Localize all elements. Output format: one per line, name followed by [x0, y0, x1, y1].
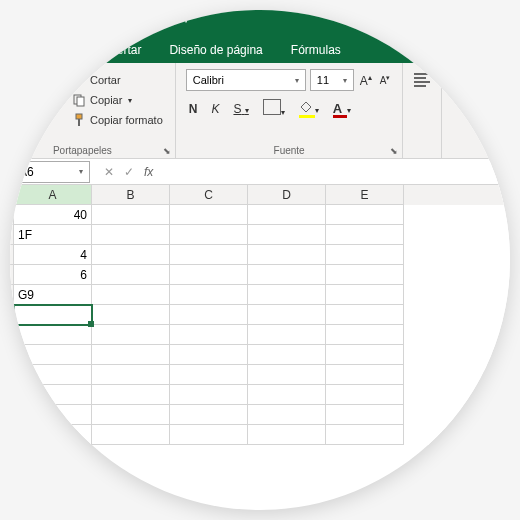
align-button[interactable]	[411, 71, 433, 89]
row-header-9[interactable]: 9	[10, 365, 14, 385]
cell-B2[interactable]	[92, 225, 170, 245]
cell-D4[interactable]	[248, 265, 326, 285]
cell-D3[interactable]	[248, 245, 326, 265]
font-name-select[interactable]: Calibri▾	[186, 69, 306, 91]
cell-B5[interactable]	[92, 285, 170, 305]
fill-color-button[interactable]: ▾	[296, 99, 322, 118]
cell-C6[interactable]	[170, 305, 248, 325]
column-header-C[interactable]: C	[170, 185, 248, 205]
cell-E12[interactable]	[326, 425, 404, 445]
cell-D8[interactable]	[248, 345, 326, 365]
cell-A5[interactable]: G9	[14, 285, 92, 305]
cell-A11[interactable]	[14, 405, 92, 425]
tab-formulas[interactable]: Fórmulas	[277, 37, 355, 63]
tab-inicio[interactable]: Inicio	[31, 37, 87, 63]
cell-D1[interactable]	[248, 205, 326, 225]
format-painter-button[interactable]: Copiar formato	[68, 111, 167, 129]
row-header-11[interactable]: 11	[10, 405, 14, 425]
cell-C9[interactable]	[170, 365, 248, 385]
column-header-E[interactable]: E	[326, 185, 404, 205]
cell-D10[interactable]	[248, 385, 326, 405]
cell-C8[interactable]	[170, 345, 248, 365]
row-header-10[interactable]: 10	[10, 385, 14, 405]
underline-button[interactable]: S ▾	[230, 100, 251, 118]
cancel-formula-button[interactable]: ✕	[104, 165, 114, 179]
cell-E1[interactable]	[326, 205, 404, 225]
font-launcher-icon[interactable]: ⬊	[390, 146, 398, 156]
cut-button[interactable]: ✂Cortar	[68, 71, 167, 89]
cell-D5[interactable]	[248, 285, 326, 305]
cell-E6[interactable]	[326, 305, 404, 325]
copy-button[interactable]: Copiar▾	[68, 91, 167, 109]
cell-B9[interactable]	[92, 365, 170, 385]
undo-icon[interactable]	[160, 10, 180, 30]
cell-B12[interactable]	[92, 425, 170, 445]
qat-dropdown-icon[interactable]: ▾	[184, 16, 196, 25]
cell-A2[interactable]: 1F	[14, 225, 92, 245]
cell-C5[interactable]	[170, 285, 248, 305]
tab-diseno[interactable]: Diseño de página	[155, 37, 276, 63]
cell-E9[interactable]	[326, 365, 404, 385]
column-header-B[interactable]: B	[92, 185, 170, 205]
shrink-font-button[interactable]: A▾	[378, 72, 393, 88]
tab-insertar[interactable]: Insertar	[87, 37, 156, 63]
cell-B1[interactable]	[92, 205, 170, 225]
cell-D6[interactable]	[248, 305, 326, 325]
cell-A3[interactable]: 4	[14, 245, 92, 265]
cell-E4[interactable]	[326, 265, 404, 285]
cell-E8[interactable]	[326, 345, 404, 365]
cell-A9[interactable]	[14, 365, 92, 385]
cell-A1[interactable]: 40	[14, 205, 92, 225]
italic-button[interactable]: K	[208, 100, 222, 118]
cell-E11[interactable]	[326, 405, 404, 425]
cell-D7[interactable]	[248, 325, 326, 345]
row-header-6[interactable]: 6	[10, 305, 14, 325]
cell-C2[interactable]	[170, 225, 248, 245]
cell-C4[interactable]	[170, 265, 248, 285]
cell-A4[interactable]: 6	[14, 265, 92, 285]
row-header-8[interactable]: 8	[10, 345, 14, 365]
cell-D2[interactable]	[248, 225, 326, 245]
tab-archivo[interactable]: vo	[10, 37, 31, 63]
cell-C10[interactable]	[170, 385, 248, 405]
row-header-12[interactable]: 12	[10, 425, 14, 445]
cell-B6[interactable]	[92, 305, 170, 325]
font-color-button[interactable]: A▾	[330, 99, 354, 118]
cell-B4[interactable]	[92, 265, 170, 285]
cell-A10[interactable]	[14, 385, 92, 405]
border-button[interactable]: ▾	[260, 97, 288, 120]
cell-C11[interactable]	[170, 405, 248, 425]
name-box[interactable]: A6▾	[12, 161, 90, 183]
clipboard-launcher-icon[interactable]: ⬊	[163, 146, 171, 156]
cell-E2[interactable]	[326, 225, 404, 245]
cell-A6[interactable]	[14, 305, 92, 325]
cell-B10[interactable]	[92, 385, 170, 405]
cell-C7[interactable]	[170, 325, 248, 345]
column-header-A[interactable]: A	[14, 185, 92, 205]
cell-E7[interactable]	[326, 325, 404, 345]
cell-D12[interactable]	[248, 425, 326, 445]
cell-E3[interactable]	[326, 245, 404, 265]
cell-B7[interactable]	[92, 325, 170, 345]
paste-dropdown-icon[interactable]: ▾	[37, 117, 41, 126]
cell-D9[interactable]	[248, 365, 326, 385]
cell-B8[interactable]	[92, 345, 170, 365]
cell-B11[interactable]	[92, 405, 170, 425]
grow-font-button[interactable]: A▴	[358, 71, 374, 90]
cell-D11[interactable]	[248, 405, 326, 425]
cell-E5[interactable]	[326, 285, 404, 305]
bold-button[interactable]: N	[186, 100, 201, 118]
fx-icon[interactable]: fx	[144, 165, 153, 179]
cell-A12[interactable]	[14, 425, 92, 445]
paste-button[interactable]: Pegar ▾	[16, 67, 62, 129]
cell-A8[interactable]	[14, 345, 92, 365]
cell-C3[interactable]	[170, 245, 248, 265]
confirm-formula-button[interactable]: ✓	[124, 165, 134, 179]
cell-B3[interactable]	[92, 245, 170, 265]
cell-A7[interactable]	[14, 325, 92, 345]
cell-C12[interactable]	[170, 425, 248, 445]
select-all-corner[interactable]	[10, 185, 14, 205]
cell-E10[interactable]	[326, 385, 404, 405]
font-size-select[interactable]: 11▾	[310, 69, 354, 91]
formula-input[interactable]	[163, 161, 510, 183]
